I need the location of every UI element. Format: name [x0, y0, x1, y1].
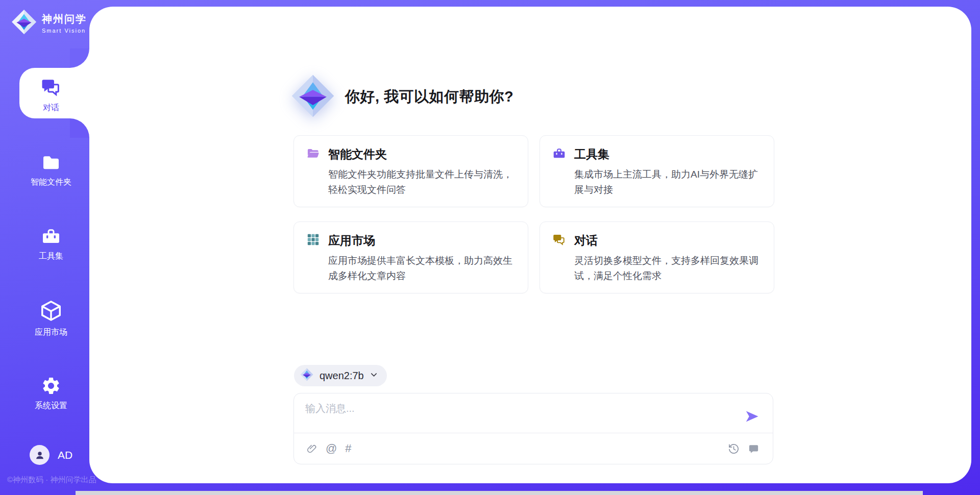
message-bubble-icon[interactable] [748, 443, 760, 455]
feature-cards: 智能文件夹 智能文件夹功能支持批量文件上传与清洗，轻松实现文件问答 工具集 集成… [293, 135, 774, 293]
composer-toolbar: @ # [306, 433, 760, 464]
folder-open-icon [306, 146, 320, 162]
sidebar-item-chat[interactable]: 对话 [15, 77, 87, 113]
chat-bubbles-icon [552, 233, 566, 249]
sidebar-item-label: 智能文件夹 [15, 177, 87, 188]
send-button[interactable] [744, 409, 760, 424]
greeting: 你好, 我可以如何帮助你? [291, 74, 513, 120]
sidebar-item-settings[interactable]: 系统设置 [15, 376, 87, 411]
card-title: 智能文件夹 [328, 146, 387, 162]
sidebar-item-label: 对话 [15, 103, 87, 113]
sidebar-item-label: 应用市场 [15, 327, 87, 338]
copyright-text: ©神州数码 · 神州问学出品 [7, 475, 96, 485]
card-description: 灵活切换多模型文件，支持多样回复效果调试，满足个性化需求 [574, 253, 762, 284]
app-root: 神州问学 Smart Vision 对话 智能文件夹 [0, 0, 980, 495]
card-toolset[interactable]: 工具集 集成市场上主流工具，助力AI与外界无缝扩展与对接 [540, 135, 774, 207]
user-initials: AD [58, 449, 72, 461]
hashtag-icon[interactable]: # [345, 443, 351, 454]
message-composer: @ # [293, 393, 773, 464]
active-tab-fillet-bottom [70, 118, 89, 138]
message-input[interactable] [305, 402, 734, 430]
toolbox-icon [15, 226, 87, 246]
active-tab-fillet-top [70, 48, 89, 68]
card-chat[interactable]: 对话 灵活切换多模型文件，支持多样回复效果调试，满足个性化需求 [540, 221, 774, 293]
sidebar-item-label: 工具集 [15, 251, 87, 262]
brand-diamond-icon [11, 9, 37, 37]
card-description: 智能文件夹功能支持批量文件上传与清洗，轻松实现文件问答 [328, 167, 516, 197]
person-icon [34, 450, 45, 461]
card-title: 对话 [574, 233, 598, 249]
brand-logo: 神州问学 Smart Vision [11, 9, 87, 37]
card-title: 工具集 [574, 146, 609, 162]
send-icon [744, 409, 760, 424]
brand-name-en: Smart Vision [42, 28, 87, 34]
greeting-text: 你好, 我可以如何帮助你? [345, 87, 513, 107]
model-name: qwen2:7b [320, 370, 364, 382]
model-diamond-icon [300, 368, 313, 383]
avatar [30, 445, 50, 465]
assistant-diamond-icon [291, 74, 335, 120]
chat-bubbles-icon [15, 77, 87, 98]
mention-icon[interactable]: @ [326, 443, 337, 454]
sidebar-item-label: 系统设置 [15, 401, 87, 411]
brand-name-cn: 神州问学 [42, 12, 87, 26]
folder-icon [15, 152, 87, 172]
package-cube-icon [15, 299, 87, 323]
card-description: 集成市场上主流工具，助力AI与外界无缝扩展与对接 [574, 167, 762, 197]
horizontal-scrollbar[interactable] [76, 491, 923, 495]
user-chip[interactable]: AD [30, 445, 72, 465]
toolbox-icon [552, 146, 566, 162]
card-description: 应用市场提供丰富长文本模板，助力高效生成多样化文章内容 [328, 253, 516, 284]
attach-file-icon[interactable] [306, 443, 317, 454]
card-app-market[interactable]: 应用市场 应用市场提供丰富长文本模板，助力高效生成多样化文章内容 [293, 221, 528, 293]
grid-icon [306, 233, 320, 249]
chevron-down-icon [370, 371, 378, 381]
card-smart-folder[interactable]: 智能文件夹 智能文件夹功能支持批量文件上传与清洗，轻松实现文件问答 [293, 135, 528, 207]
card-title: 应用市场 [328, 233, 375, 249]
sidebar-item-smart-folder[interactable]: 智能文件夹 [15, 152, 87, 188]
model-selector[interactable]: qwen2:7b [294, 365, 387, 386]
sidebar-item-toolset[interactable]: 工具集 [15, 226, 87, 262]
gear-icon [15, 376, 87, 396]
history-icon[interactable] [728, 443, 740, 455]
sidebar-item-app-market[interactable]: 应用市场 [15, 299, 87, 338]
